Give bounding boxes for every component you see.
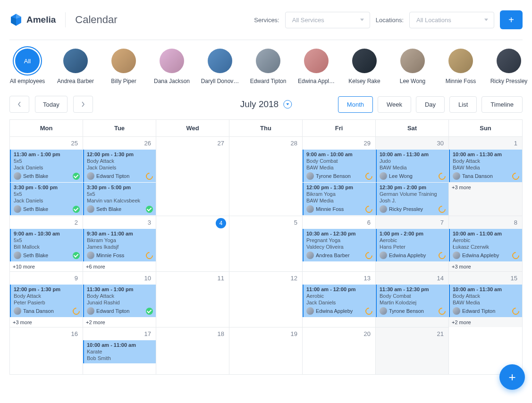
event[interactable]: 11:00 am - 12:00 pmAerobicJack DanielsEd… [303,285,375,317]
calendar-cell[interactable]: 610:30 am - 12:30 pmPregnant YogaValdecy… [303,216,376,271]
more-events-link[interactable]: +10 more [10,262,83,271]
prev-button[interactable] [9,96,29,113]
calendar-cell[interactable]: 110:00 am - 11:30 amBody AttackBAW Media… [449,136,522,216]
calendar-cell[interactable]: 11 [156,271,229,327]
next-button[interactable] [73,96,93,113]
calendar-cell[interactable]: 21 [376,327,449,374]
calendar-cell[interactable]: 1311:00 am - 12:00 pmAerobicJack Daniels… [303,271,376,327]
employee-filter[interactable]: Dana Jackson [154,49,190,84]
event[interactable]: 10:00 am - 11:30 amBody AttackBAW MediaE… [449,285,522,317]
view-month[interactable]: Month [338,96,373,113]
event[interactable]: 11:30 am - 1:00 pm5x5Jack DanielsSeth Bl… [10,150,83,182]
event[interactable]: 12:00 pm - 1:30 pmBikram YogaBAW MediaMi… [303,183,375,215]
calendar-cell[interactable]: 27 [156,136,229,216]
calendar-cell[interactable]: 1510:00 am - 11:30 amBody AttackBAW Medi… [449,271,522,327]
event-time: 11:30 am - 1:00 pm [87,286,153,292]
calendar-cell[interactable]: 2612:00 pm - 1:30 pmBody AttackJack Dani… [83,136,156,216]
calendar-cell[interactable]: 810:00 am - 11:00 amAerobicŁukasz Czerwi… [449,216,522,271]
employee-filter[interactable]: Ricky Pressley [491,49,527,84]
calendar-cell[interactable]: 28 [229,136,303,216]
event[interactable]: 10:00 am - 11:30 amBody AttackBAW MediaT… [449,150,522,182]
calendar-cell[interactable]: 5 [229,216,303,271]
calendar-cell[interactable]: 20 [303,327,376,374]
day-header: Thu [229,120,303,136]
period-picker[interactable]: July 2018 [240,99,292,109]
services-select[interactable]: All Services [285,12,370,28]
event[interactable]: 1:00 pm - 2:00 pmAerobicHans PeterEdwina… [376,229,448,261]
calendar-cell[interactable]: 12 [229,271,303,327]
calendar-cell[interactable]: 912:00 pm - 1:30 pmBody AttackPeter Pasi… [10,271,83,327]
more-events-link[interactable]: +6 more [83,262,156,271]
event[interactable]: 11:30 am - 1:00 pmBody AttackJunaid Rash… [83,285,156,317]
calendar-cell[interactable]: 18 [156,327,229,374]
employee-filter[interactable]: Billy Piper [106,49,142,84]
calendar-cell[interactable]: 299:00 am - 10:00 amBody CombatBAW Media… [303,136,376,216]
calendar-cell[interactable]: 2511:30 am - 1:00 pm5x5Jack DanielsSeth … [10,136,83,216]
calendar-grid: MonTueWedThuFriSatSun 2511:30 am - 1:00 … [9,119,523,375]
today-button[interactable]: Today [35,96,68,113]
event-title: Judo [380,158,446,164]
pending-icon [437,306,447,316]
locations-label: Locations: [376,17,404,24]
event-subtitle: Jack Daniels [14,165,80,170]
event[interactable]: 12:00 pm - 1:30 pmBody AttackJack Daniel… [83,150,156,182]
employee-filter[interactable]: Edward Tipton [250,49,286,84]
more-events-link[interactable]: +3 more [449,183,522,192]
calendar-cell[interactable]: 3010:00 am - 11:30 amJudoBAW MediaLee Wo… [376,136,449,216]
employee-filter[interactable]: Minnie Foss [443,49,479,84]
event[interactable]: 9:00 am - 10:00 amBody CombatBAW MediaTy… [303,150,375,182]
calendar-cell[interactable]: 16 [10,327,83,374]
employee-filter[interactable]: Andrea Barber [58,49,93,84]
calendar-cell[interactable]: 29:00 am - 10:30 am5x5Bill MallockSeth B… [10,216,83,271]
services-placeholder: All Services [292,17,324,24]
event-subtitle: Peter Pasierb [14,300,80,305]
add-button[interactable]: + [500,10,523,29]
more-events-link[interactable]: +2 more [83,318,156,327]
more-events-link[interactable]: +3 more [10,318,83,327]
employee-filter[interactable]: AllAll employees [9,49,45,84]
calendar-cell[interactable]: 1710:00 am - 11:00 amKarateBob Smith [83,327,156,374]
event[interactable]: 3:30 pm - 5:00 pm5x5Jack DanielsSeth Bla… [10,183,83,215]
employee-filter[interactable]: Kelsey Rake [346,49,382,84]
event[interactable]: 9:30 am - 11:00 amBikram YogaJames Ikads… [83,229,156,261]
date-number: 19 [229,327,302,340]
pending-icon [437,171,447,181]
calendar-cell[interactable]: 19 [229,327,303,374]
locations-select[interactable]: All Locations [409,12,494,28]
event[interactable]: 10:00 am - 11:00 amAerobicŁukasz Czerwik… [449,229,522,261]
avatar [87,205,94,213]
view-timeline[interactable]: Timeline [481,96,523,113]
employee-filter[interactable]: Lee Wong [395,49,431,84]
event[interactable]: 3:30 pm - 5:00 pm5x5Marvin van Kalcvsbee… [83,183,156,215]
event-time: 3:30 pm - 5:00 pm [14,185,80,190]
event[interactable]: 11:30 am - 12:30 pmBody CombatMartin Kol… [376,285,448,317]
calendar-cell[interactable]: 39:30 am - 11:00 amBikram YogaJames Ikad… [83,216,156,271]
date-number: 5 [229,216,302,229]
locations-placeholder: All Locations [416,17,451,24]
calendar-cell[interactable]: 4 [156,216,229,271]
day-header: Wed [156,120,229,136]
event[interactable]: 12:00 pm - 1:30 pmBody AttackPeter Pasie… [10,285,83,317]
calendar-cell[interactable]: 1411:30 am - 12:30 pmBody CombatMartin K… [376,271,449,327]
view-week[interactable]: Week [378,96,411,113]
calendar-cell[interactable]: 1011:30 am - 1:00 pmBody AttackJunaid Ra… [83,271,156,327]
more-events-link[interactable]: +3 more [449,262,522,271]
event[interactable]: 10:00 am - 11:00 amKarateBob Smith [83,340,156,363]
event[interactable]: 9:00 am - 10:30 am5x5Bill MallockSeth Bl… [10,229,83,261]
event-subtitle: Bob Smith [87,355,153,361]
event[interactable]: 12:30 pm - 2:00 pmGerman Volume Training… [376,183,448,215]
event-time: 11:30 am - 1:00 pm [14,151,80,157]
view-day[interactable]: Day [416,96,445,113]
pending-icon [364,204,374,214]
avatar [380,205,387,213]
date-number: 16 [10,327,83,340]
employee-filter[interactable]: Daryll Donov… [202,49,238,84]
avatar [453,172,460,180]
employee-filter[interactable]: Edwina Appl… [298,49,334,84]
calendar-cell[interactable]: 71:00 pm - 2:00 pmAerobicHans PeterEdwin… [376,216,449,271]
event-subtitle: Jack Daniels [306,300,372,305]
view-list[interactable]: List [449,96,477,113]
more-events-link[interactable]: +2 more [449,318,522,327]
event[interactable]: 10:30 am - 12:30 pmPregnant YogaValdecy … [303,229,375,261]
event[interactable]: 10:00 am - 11:30 amJudoBAW MediaLee Wong [376,150,448,182]
